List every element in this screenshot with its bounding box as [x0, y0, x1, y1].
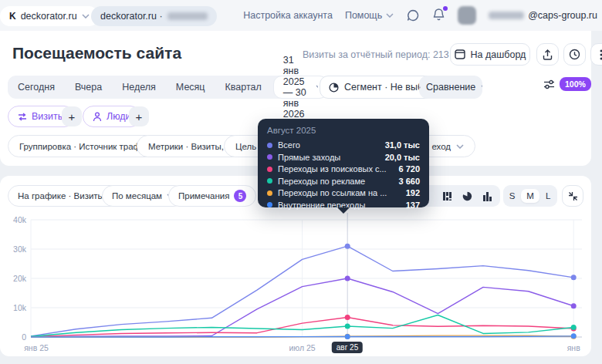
chart-tooltip: Август 2025 Всего31,0 тыс Прямые заходы2… — [258, 119, 429, 207]
notes-label: Примечания — [178, 191, 229, 201]
preset-week[interactable]: Неделя — [112, 82, 166, 93]
pie-chart-icon[interactable] — [462, 191, 472, 201]
bar-chart-icon[interactable] — [482, 191, 492, 201]
tooltip-row: Переходы из поисковых с...6 720 — [267, 163, 420, 174]
person-icon — [93, 112, 102, 122]
series-dot — [267, 143, 272, 148]
tooltip-row-label: Переходы по ссылкам на ... — [278, 188, 401, 197]
more-actions-button[interactable] — [590, 43, 602, 66]
series-dot — [267, 202, 272, 207]
tooltip-row-label: Прямые заходы — [278, 153, 380, 162]
period-visits-info: Визиты за отчётный период: 213 345 — [303, 49, 468, 60]
avatar[interactable] — [458, 6, 476, 25]
help-menu[interactable]: Помощь — [345, 10, 394, 21]
series-dot — [267, 167, 272, 172]
series-dot — [267, 178, 272, 184]
add-people-metric-button[interactable]: + — [129, 106, 149, 126]
people-chip-label: Люди — [107, 111, 131, 122]
chat-icon[interactable] — [406, 8, 420, 22]
size-small[interactable]: S — [503, 191, 521, 201]
notes-count-badge: 5 — [234, 190, 246, 202]
page-title: Посещаемость сайта — [12, 44, 181, 62]
to-dashboard-button[interactable]: На дашборд — [450, 43, 530, 66]
collapse-chart-button[interactable] — [562, 185, 583, 207]
account-settings-link[interactable]: Настройка аккаунта — [243, 10, 333, 21]
visits-icon — [18, 113, 27, 121]
tooltip-row-value: 192 — [406, 188, 420, 197]
email-prefix-redacted — [489, 12, 524, 19]
clock-icon — [569, 49, 580, 60]
chevron-down-icon — [386, 13, 394, 18]
tooltip-row-label: Всего — [278, 140, 380, 150]
add-visits-metric-button[interactable]: + — [62, 106, 82, 126]
tooltip-row-value: 31,0 тыс — [385, 140, 420, 150]
collapse-icon — [568, 191, 578, 201]
granularity-label: По месяцам — [112, 191, 162, 201]
sampling-badge: 100% — [560, 77, 591, 91]
chart-size-toggle: S M L — [503, 185, 557, 207]
help-label: Помощь — [345, 10, 382, 21]
to-dashboard-label: На дашборд — [471, 49, 526, 60]
chevron-down-icon — [456, 144, 464, 149]
visits-chip-label: Визиты — [32, 111, 65, 122]
notifications-bell[interactable] — [432, 8, 445, 24]
tooltip-row: Внутренние переходы137 — [267, 200, 420, 211]
segment-pie-icon — [329, 83, 339, 93]
counter-tab-label: deckorator.ru — [21, 11, 77, 22]
tooltip-row-value: 20,0 тыс — [385, 153, 420, 162]
tooltip-row-value: 137 — [406, 201, 420, 210]
date-range-value: 31 янв 2025 — 30 янв 2026 — [283, 55, 311, 120]
compare-label: Сравнение — [426, 82, 475, 93]
preset-quarter[interactable]: Квартал — [215, 82, 272, 93]
counter-tab-secondary[interactable]: deckorator.ru · — [91, 6, 217, 26]
date-preset-bar: Сегодня Вчера Неделя Месяц Квартал 31 ян… — [8, 76, 315, 99]
chevron-down-icon — [481, 85, 482, 89]
dashboard-icon — [455, 49, 465, 59]
sliders-icon — [543, 79, 555, 89]
tooltip-row: Переходы по рекламе3 660 — [267, 176, 420, 187]
compare-button[interactable]: Сравнение — [419, 76, 482, 99]
size-large[interactable]: L — [539, 191, 557, 201]
counter-tab-active[interactable]: K deckorator.ru — [0, 6, 99, 26]
chevron-down-icon — [82, 14, 90, 19]
notification-dot — [443, 6, 448, 11]
user-email[interactable]: @caps-group.ru — [489, 10, 597, 21]
tooltip-row-value: 6 720 — [398, 164, 420, 174]
tooltip-row: Переходы по ссылкам на ...192 — [267, 187, 420, 198]
chevron-down-icon — [316, 85, 317, 89]
tooltip-row-value: 3 660 — [398, 177, 420, 186]
size-medium[interactable]: M — [521, 189, 539, 203]
counter-tab2-label: deckorator.ru · — [100, 11, 163, 22]
topbar: K deckorator.ru deckorator.ru · Настройк… — [0, 0, 602, 31]
share-export-icon — [543, 49, 553, 60]
stacked-chart-icon[interactable] — [442, 191, 452, 201]
attribution-partial-label: еход — [431, 142, 451, 151]
email-domain: @caps-group.ru — [528, 10, 597, 21]
preset-today[interactable]: Сегодня — [8, 82, 65, 93]
preset-month[interactable]: Месяц — [166, 82, 215, 93]
export-button[interactable] — [536, 43, 559, 66]
topbar-right: Настройка аккаунта Помощь @caps-group.ru — [243, 0, 597, 31]
sampling-control[interactable]: 100% — [543, 77, 591, 91]
series-dot — [267, 154, 272, 160]
hover-x-badge: авг 25 — [332, 342, 363, 353]
tooltip-row-label: Переходы из поисковых с... — [278, 164, 393, 174]
series-dot — [267, 190, 272, 196]
tooltip-row: Прямые заходы20,0 тыс — [267, 152, 420, 163]
tooltip-row: Всего31,0 тыс — [267, 140, 420, 150]
tooltip-title: Август 2025 — [267, 126, 420, 135]
notes-button[interactable]: Примечания 5 — [168, 185, 256, 207]
counter-id-redacted — [167, 12, 208, 20]
history-button[interactable] — [563, 43, 586, 66]
compare-icon — [419, 83, 421, 92]
tooltip-row-label: Внутренние переходы — [278, 201, 401, 210]
preset-yesterday[interactable]: Вчера — [65, 82, 112, 93]
on-chart-label: На графике · Визиты — [18, 191, 104, 201]
tooltip-row-label: Переходы по рекламе — [278, 177, 393, 186]
site-favicon-icon: K — [9, 11, 16, 22]
